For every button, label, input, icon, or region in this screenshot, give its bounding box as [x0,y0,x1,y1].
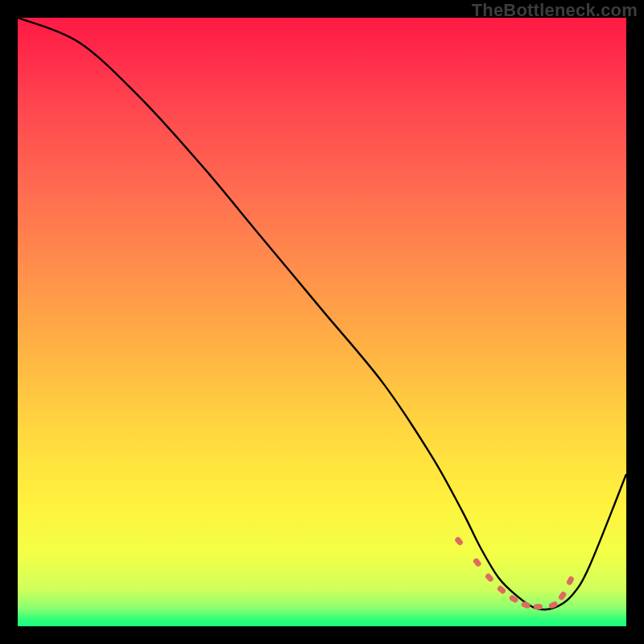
flat-region-markers [454,536,575,610]
marker-dot [521,601,531,609]
marker-dot [497,584,507,595]
marker-dot [558,591,568,601]
bottleneck-chart-svg [18,18,626,626]
marker-dot [473,557,482,568]
gradient-plot-area [18,18,626,626]
watermark-text: TheBottleneck.com [472,0,638,21]
marker-dot [509,594,519,604]
bottleneck-curve-path [18,18,626,609]
marker-dot [534,604,543,609]
marker-dot [566,576,575,586]
marker-dot [454,536,464,547]
marker-dot [485,572,495,583]
marker-dot [548,601,559,609]
